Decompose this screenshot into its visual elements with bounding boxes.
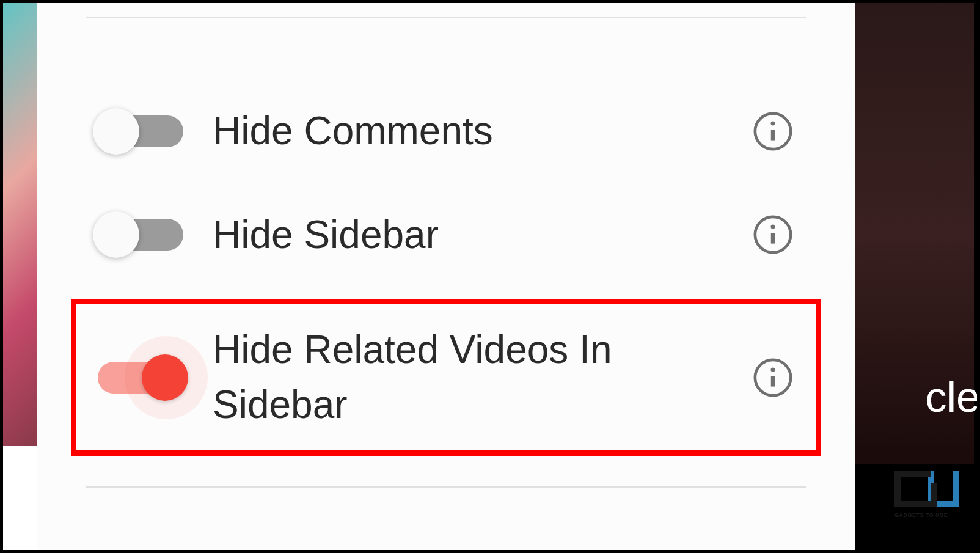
toggle-hide-comments[interactable]: [98, 115, 183, 147]
toggle-thumb: [142, 354, 188, 401]
background-bottom-left: [0, 446, 37, 550]
svg-point-7: [771, 367, 775, 372]
svg-point-4: [771, 225, 775, 229]
info-icon[interactable]: [751, 110, 794, 153]
setting-row-hide-sidebar: Hide Sidebar: [86, 183, 806, 287]
background-partial-text: cle: [926, 373, 980, 422]
setting-row-hide-comments: Hide Comments: [86, 79, 806, 183]
setting-label: Hide Related Videos In Sidebar: [213, 323, 751, 432]
watermark-logo: GADGETS TO USE: [894, 471, 974, 522]
background-left-gradient: [0, 0, 37, 446]
toggle-hide-sidebar[interactable]: [98, 219, 183, 251]
svg-point-1: [771, 121, 775, 125]
toggle-thumb: [93, 211, 139, 258]
toggle-thumb: [93, 108, 139, 155]
setting-row-hide-related-videos: Hide Related Videos In Sidebar: [71, 299, 821, 456]
setting-label: Hide Comments: [213, 104, 751, 159]
info-icon[interactable]: [751, 356, 794, 399]
settings-panel: Hide Comments Hide Sidebar: [37, 0, 855, 553]
settings-list: Hide Comments Hide Sidebar: [37, 18, 855, 456]
setting-label: Hide Sidebar: [213, 208, 751, 263]
watermark-text: GADGETS TO USE: [894, 512, 974, 518]
info-icon[interactable]: [751, 213, 794, 256]
toggle-hide-related-videos[interactable]: [98, 362, 183, 394]
logo-letter-g: [894, 471, 931, 507]
divider-bottom: [86, 486, 806, 488]
